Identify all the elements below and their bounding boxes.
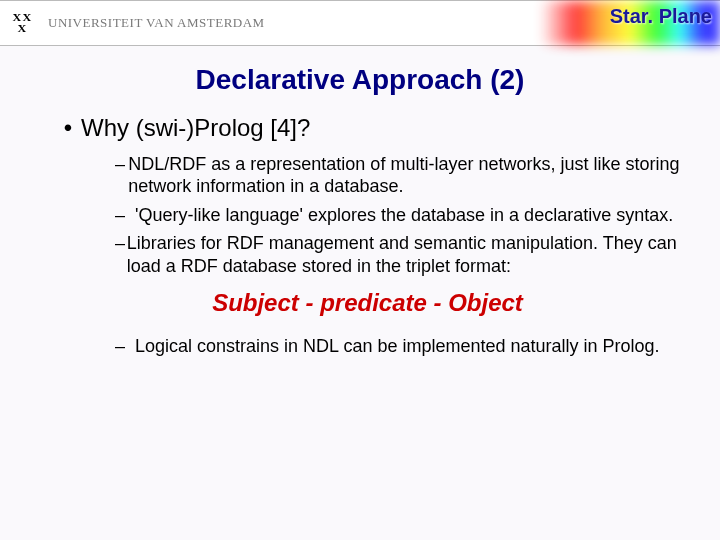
university-name: UNIVERSITEIT VAN AMSTERDAM <box>48 15 265 31</box>
bullet-text: Why (swi-)Prolog [4]? <box>81 114 310 142</box>
brand-label: Star. Plane <box>610 5 712 28</box>
bullet-level2: – Logical constrains in NDL can be imple… <box>115 335 680 358</box>
bullet-level2: – NDL/RDF as a representation of multi-l… <box>115 153 680 198</box>
slide-content: • Why (swi-)Prolog [4]? – NDL/RDF as a r… <box>55 114 680 358</box>
bullet-dot-icon: • <box>55 114 81 143</box>
sub-bullet-text: NDL/RDF as a representation of multi-lay… <box>128 153 680 198</box>
bullet-dash-icon: – <box>115 335 135 358</box>
bullet-level2: – Libraries for RDF management and seman… <box>115 232 680 277</box>
sub-bullet-text: Libraries for RDF management and semanti… <box>127 232 680 277</box>
sub-bullet-text: Logical constrains in NDL can be impleme… <box>135 335 660 358</box>
uva-crest-icon: XX X <box>2 3 42 43</box>
bullet-level1: • Why (swi-)Prolog [4]? <box>55 114 680 143</box>
bullet-dash-icon: – <box>115 204 135 227</box>
header-bar: XX X UNIVERSITEIT VAN AMSTERDAM Star. Pl… <box>0 0 720 46</box>
sub-bullet-text: 'Query-like language' explores the datab… <box>135 204 673 227</box>
triplet-format: Subject - predicate - Object <box>55 289 680 317</box>
bullet-dash-icon: – <box>115 153 128 176</box>
slide-title: Declarative Approach (2) <box>0 64 720 96</box>
bullet-level2: – 'Query-like language' explores the dat… <box>115 204 680 227</box>
bullet-dash-icon: – <box>115 232 127 255</box>
